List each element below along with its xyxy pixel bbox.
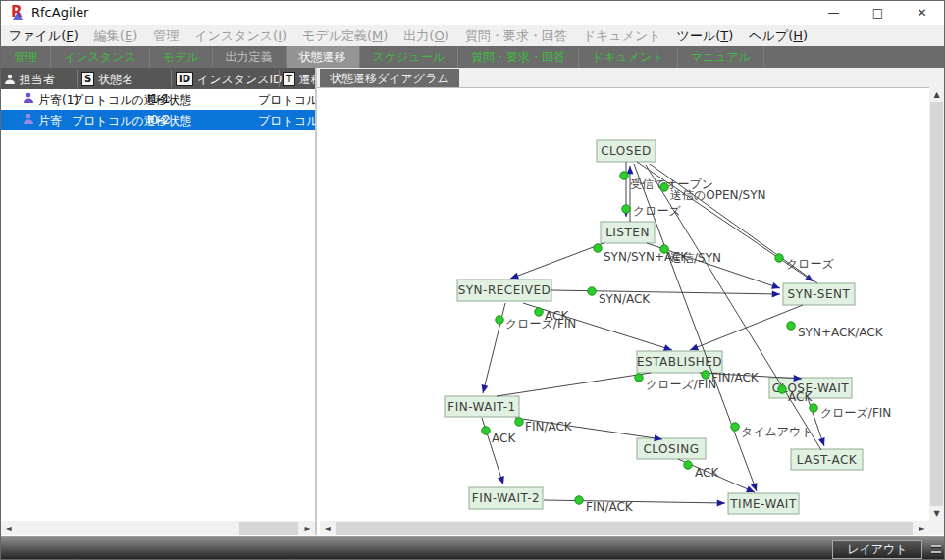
- header-state[interactable]: S 状態名: [81, 71, 133, 87]
- transition-point[interactable]: [515, 418, 523, 426]
- module-tab-3[interactable]: 出力定義: [213, 46, 287, 68]
- menu-item-7[interactable]: ドキュメント: [575, 25, 669, 46]
- table-row[interactable]: 片寄(1)プロトコルの遷移状態I1-1プロトコル遷移: [1, 89, 315, 110]
- arrowhead-icon: [818, 437, 825, 446]
- transition-point[interactable]: [635, 374, 643, 382]
- list-hscroll-thumb[interactable]: [239, 522, 298, 535]
- transition-point[interactable]: [482, 427, 490, 434]
- module-tab-6[interactable]: 質問・要求・回答: [458, 46, 579, 68]
- vscroll-thumb[interactable]: [930, 102, 943, 506]
- scroll-right-icon[interactable]: ►: [915, 521, 929, 535]
- list-header: 担当者 S 状態名 ID インスタンスID T 遷移名: [1, 68, 315, 89]
- transition-label: SYN/ACK: [599, 292, 651, 306]
- scroll-right-icon[interactable]: ►: [300, 521, 315, 535]
- arrowhead-icon: [482, 384, 489, 393]
- app-window: R RfcAgiler — □ ✕ ファイル(F)編集(E)管理インスタンス(I…: [0, 0, 945, 560]
- maximize-button[interactable]: □: [856, 1, 900, 25]
- cell-transition: プロトコル遷移: [258, 92, 315, 109]
- close-icon: ✕: [917, 6, 926, 20]
- header-instance-label: インスタンスID: [197, 73, 282, 86]
- transition-label: クローズ: [786, 257, 835, 271]
- state-node-label: SYN-RECEIVED: [458, 283, 551, 297]
- menu-item-0[interactable]: ファイル(F): [1, 25, 86, 46]
- state-node-label: LISTEN: [605, 226, 650, 239]
- resize-grip[interactable]: [931, 551, 941, 553]
- transition-label: FIN/ACK: [525, 420, 573, 433]
- transition-point[interactable]: [684, 461, 692, 469]
- menu-item-3[interactable]: インスタンス(I): [186, 25, 294, 46]
- cell-transition: プロトコル遷移: [258, 113, 315, 129]
- transition-point[interactable]: [575, 496, 583, 504]
- diagram-vscrollbar[interactable]: ▲ ▼: [929, 87, 944, 521]
- state-node-label: TIME-WAIT: [729, 497, 797, 511]
- menu-item-1[interactable]: 編集(E): [86, 25, 145, 46]
- arrowhead-icon: [717, 499, 725, 506]
- transition-point[interactable]: [702, 371, 709, 379]
- module-tab-4[interactable]: 状態遷移: [287, 46, 360, 68]
- diagram-hscrollbar[interactable]: ◄ ►: [320, 521, 929, 535]
- module-tab-bar: 管理インスタンスモデル出力定義状態遷移スケジュール質問・要求・回答ドキュメントマ…: [1, 46, 944, 68]
- transition-icon: T: [283, 72, 295, 86]
- cell-instance-id: I0-2: [147, 113, 170, 127]
- module-tab-0[interactable]: 管理: [1, 46, 51, 68]
- scrollbar-corner: [929, 521, 944, 535]
- state-node-label: FIN-WAIT-1: [447, 400, 515, 414]
- menu-item-8[interactable]: ツール(T): [669, 25, 742, 46]
- state-icon: S: [81, 72, 94, 86]
- transition-point[interactable]: [660, 183, 668, 191]
- module-tab-1[interactable]: インスタンス: [51, 46, 150, 68]
- transition-point[interactable]: [620, 172, 628, 179]
- cell-state: プロトコルの遷移状態: [72, 92, 191, 109]
- tab-state-diagram[interactable]: 状態遷移ダイアグラム: [320, 69, 459, 88]
- transition-point[interactable]: [787, 322, 795, 330]
- scroll-left-icon[interactable]: ◄: [1, 521, 16, 535]
- state-diagram-canvas[interactable]: CLOSEDLISTENSYN-RECEIVEDSYN-SENTESTABLIS…: [317, 87, 929, 521]
- transition-point[interactable]: [731, 423, 739, 431]
- transition-edge-18: [544, 500, 725, 503]
- menu-item-9[interactable]: ヘルプ(H): [741, 25, 815, 46]
- resize-grip[interactable]: [931, 545, 941, 547]
- header-transition[interactable]: T 遷移名: [283, 71, 315, 87]
- window-controls: — □ ✕: [812, 1, 944, 25]
- transition-point[interactable]: [660, 245, 668, 253]
- table-row[interactable]: 片寄プロトコルの遷移状態I0-2プロトコル遷移: [1, 110, 315, 130]
- module-tab-7[interactable]: ドキュメント: [579, 46, 678, 68]
- list-hscrollbar[interactable]: ◄ ►: [1, 521, 315, 535]
- transition-label: SYN+ACK/ACK: [798, 326, 884, 339]
- minimize-button[interactable]: —: [812, 1, 856, 25]
- scroll-up-icon[interactable]: ▲: [929, 87, 944, 102]
- transition-edge-6: [551, 290, 780, 294]
- transition-label: ACK: [695, 466, 719, 480]
- arrowhead-icon: [663, 344, 672, 351]
- window-title: RfcAgiler: [31, 5, 88, 20]
- module-tab-2[interactable]: モデル: [150, 46, 213, 68]
- diagram-svg: CLOSEDLISTENSYN-RECEIVEDSYN-SENTESTABLIS…: [317, 88, 929, 521]
- state-node-label: FIN-WAIT-2: [472, 491, 540, 505]
- maximize-icon: □: [872, 6, 883, 20]
- module-tab-8[interactable]: マニュアル: [678, 46, 764, 68]
- instance-list-panel: 担当者 S 状態名 ID インスタンスID T 遷移名 片寄(1)プロトコルの遷…: [1, 68, 315, 521]
- scroll-down-icon[interactable]: ▼: [929, 506, 944, 521]
- header-owner[interactable]: 担当者: [4, 71, 55, 87]
- person-icon: [23, 113, 34, 125]
- close-button[interactable]: ✕: [900, 1, 944, 25]
- layout-button[interactable]: レイアウト: [832, 540, 922, 559]
- scroll-left-icon[interactable]: ◄: [320, 521, 335, 535]
- menu-item-4[interactable]: モデル定義(M): [294, 25, 395, 46]
- transition-point[interactable]: [622, 205, 630, 213]
- header-instance[interactable]: ID インスタンスID: [176, 71, 282, 87]
- transition-point[interactable]: [775, 254, 783, 262]
- menu-item-5[interactable]: 出力(O): [395, 25, 456, 46]
- transition-edge-4: [510, 243, 604, 279]
- diagram-hscroll-thumb[interactable]: [336, 522, 913, 535]
- transition-point[interactable]: [810, 404, 817, 412]
- header-transition-label: 遷移名: [299, 73, 315, 86]
- transition-point[interactable]: [535, 308, 543, 316]
- menu-item-2[interactable]: 管理: [145, 25, 186, 46]
- transition-point[interactable]: [778, 385, 786, 393]
- menu-item-6[interactable]: 質問・要求・回答: [457, 25, 575, 46]
- transition-point[interactable]: [496, 316, 503, 324]
- transition-point[interactable]: [594, 244, 602, 252]
- transition-point[interactable]: [588, 287, 596, 295]
- module-tab-5[interactable]: スケジュール: [360, 46, 458, 68]
